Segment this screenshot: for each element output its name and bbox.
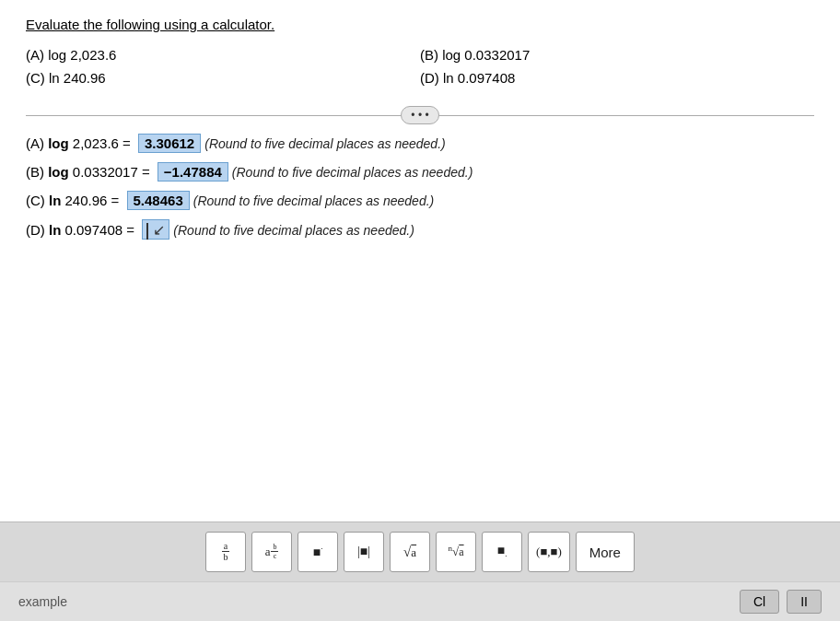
answer-C-note: (Round to five decimal places as needed.… [193, 193, 434, 208]
sqrt-button[interactable]: √a [390, 532, 430, 572]
math-toolbar: a b a b c ■· |■| √a n√a ■· (■,■) More [0, 521, 840, 581]
answer-row-A: (A) log 2,023.6 = 3.30612 (Round to five… [26, 134, 814, 153]
expand-button[interactable]: • • • [401, 106, 438, 124]
fraction-button[interactable]: a b [205, 532, 246, 572]
fraction-icon: a b [222, 542, 230, 562]
clear-button[interactable]: Cl [740, 590, 779, 614]
interval-button[interactable]: (■,■) [528, 532, 570, 572]
problem-A: (A) log 2,023.6 [26, 45, 420, 64]
answer-row-D: (D) ln 0.097408 = ↙ (Round to five decim… [26, 219, 814, 240]
answer-row-B: (B) log 0.0332017 = −1.47884 (Round to f… [26, 162, 814, 182]
instruction-text: Evaluate the following using a calculato… [26, 17, 274, 32]
main-content: Evaluate the following using a calculato… [0, 0, 840, 521]
sqrt-icon: √a [403, 545, 416, 560]
nth-root-button[interactable]: n√a [436, 532, 476, 572]
answer-A-note: (Round to five decimal places as needed.… [204, 136, 445, 151]
superscript-icon: ■· [313, 544, 323, 560]
answer-A-prefix: (A) log 2,023.6 = [26, 135, 134, 151]
answer-row-C: (C) ln 240.96 = 5.48463 (Round to five d… [26, 191, 814, 210]
answer-D-prefix: (D) ln 0.097408 = [26, 222, 138, 238]
answer-B-note: (Round to five decimal places as needed.… [232, 165, 472, 180]
text-cursor [146, 223, 148, 240]
nth-root-icon: n√a [449, 544, 464, 559]
cursor-arrow-icon: ↙ [153, 221, 165, 239]
interval-icon: (■,■) [536, 545, 562, 559]
subscript-icon: ■· [497, 544, 508, 560]
subscript-button[interactable]: ■· [482, 532, 522, 572]
mixed-number-icon: a b c [265, 544, 279, 560]
answer-B-prefix: (B) log 0.0332017 = [26, 164, 154, 180]
absolute-value-icon: |■| [357, 545, 370, 559]
check-button[interactable]: II [787, 590, 822, 614]
answers-section: (A) log 2,023.6 = 3.30612 (Round to five… [26, 134, 814, 512]
answer-D-note: (Round to five decimal places as needed.… [173, 223, 414, 238]
answer-B-box[interactable]: −1.47884 [158, 162, 228, 182]
more-button[interactable]: More [576, 532, 635, 572]
superscript-button[interactable]: ■· [298, 532, 338, 572]
bottom-buttons: Cl II [740, 590, 822, 614]
problem-D: (D) ln 0.097408 [420, 68, 814, 88]
answer-C-box[interactable]: 5.48463 [127, 191, 190, 210]
problem-C: (C) ln 240.96 [26, 68, 420, 88]
absolute-value-button[interactable]: |■| [344, 532, 384, 572]
answer-D-box[interactable]: ↙ [142, 219, 169, 240]
bottom-left-text: example [18, 594, 67, 609]
answer-A-box[interactable]: 3.30612 [138, 134, 201, 153]
mixed-number-button[interactable]: a b c [251, 532, 292, 572]
problems-grid: (A) log 2,023.6 (B) log 0.0332017 (C) ln… [26, 45, 814, 88]
answer-C-prefix: (C) ln 240.96 = [26, 193, 123, 208]
divider-row: • • • [26, 106, 814, 124]
problem-B: (B) log 0.0332017 [420, 45, 814, 64]
question-header: Evaluate the following using a calculato… [26, 17, 814, 32]
bottom-bar: example Cl II [0, 581, 840, 621]
